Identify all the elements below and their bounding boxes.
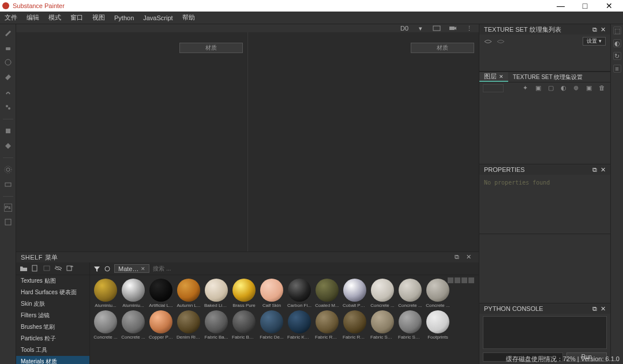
hide-icon[interactable] bbox=[54, 265, 62, 273]
blend-mode-slot[interactable] bbox=[483, 84, 504, 92]
camera-icon[interactable] bbox=[448, 24, 458, 32]
shelf-category[interactable]: Filters 滤镜 bbox=[16, 310, 89, 321]
export-icon[interactable] bbox=[66, 265, 74, 273]
wand-icon[interactable]: ✦ bbox=[523, 84, 531, 92]
visibility-all-icon[interactable] bbox=[484, 39, 492, 44]
menu-python[interactable]: Python bbox=[114, 14, 134, 21]
material-item[interactable]: Cobalt Pure bbox=[343, 279, 367, 308]
chip-close-icon[interactable]: ✕ bbox=[141, 266, 145, 272]
undock-icon[interactable]: ⧉ bbox=[592, 166, 597, 174]
material-item[interactable]: Copper Pure bbox=[149, 310, 173, 340]
history-icon[interactable]: ↻ bbox=[613, 52, 621, 60]
material-item[interactable]: Concrete ... bbox=[370, 279, 395, 308]
new-icon[interactable] bbox=[31, 265, 39, 273]
viewport-2d-label[interactable]: 材质 bbox=[411, 43, 474, 53]
folder-icon[interactable] bbox=[20, 265, 28, 273]
settings-icon[interactable] bbox=[3, 165, 13, 174]
material-item[interactable]: Fabric De... bbox=[260, 310, 284, 340]
viewport-3d-label[interactable]: 材质 bbox=[179, 43, 243, 53]
material-item[interactable]: Concrete ... bbox=[426, 279, 450, 308]
material-item[interactable]: Fabric Rou... bbox=[315, 310, 339, 340]
undock-icon[interactable]: ⧉ bbox=[592, 26, 597, 33]
material-item[interactable]: Carbon Fi... bbox=[287, 279, 312, 308]
material-item[interactable]: Fabric Suit... bbox=[398, 310, 422, 340]
shelf-search-input[interactable] bbox=[153, 265, 475, 272]
panel-close-icon[interactable]: ✕ bbox=[601, 26, 606, 33]
menu-file[interactable]: 文件 bbox=[5, 13, 17, 22]
maximize-button[interactable]: □ bbox=[573, 1, 596, 11]
viewport[interactable]: 材质 材质 bbox=[16, 32, 479, 252]
material-item[interactable]: Fabric Ba... bbox=[204, 310, 228, 340]
smudge-tool-icon[interactable] bbox=[3, 88, 13, 97]
add-effect-icon[interactable]: ⊕ bbox=[573, 84, 581, 92]
shelf-category[interactable]: Tools 工具 bbox=[16, 344, 89, 356]
shelf-category[interactable]: Hard Surfaces 硬表面 bbox=[16, 287, 89, 298]
menu-view[interactable]: 视图 bbox=[92, 13, 105, 22]
tab-texture-set-settings[interactable]: TEXTURE SET 纹理集设置 bbox=[508, 72, 588, 82]
filter-chip[interactable]: Mate…✕ bbox=[114, 264, 149, 273]
menu-edit[interactable]: 编辑 bbox=[27, 13, 39, 22]
quick-mask-icon[interactable] bbox=[3, 180, 13, 189]
material-item[interactable]: Footprints bbox=[426, 310, 450, 340]
camera-settings-icon[interactable]: ⬚ bbox=[613, 27, 621, 35]
refresh-icon[interactable] bbox=[104, 265, 111, 272]
delete-layer-icon[interactable]: 🗑 bbox=[599, 84, 607, 92]
more-icon[interactable]: ⋮ bbox=[464, 24, 474, 32]
material-item[interactable]: Fabric Soft... bbox=[370, 310, 395, 340]
environment-icon[interactable]: ◐ bbox=[613, 39, 621, 47]
projection-tool-icon[interactable] bbox=[3, 58, 13, 67]
material-item[interactable]: Fabric Bas... bbox=[232, 310, 256, 340]
material-item[interactable]: Aluminiu... bbox=[121, 279, 145, 308]
add-fill-layer-icon[interactable]: ▣ bbox=[535, 84, 543, 92]
d0-label[interactable]: D0 bbox=[399, 24, 410, 32]
eraser-tool-icon[interactable] bbox=[3, 43, 13, 52]
undock-icon[interactable]: ⧉ bbox=[455, 253, 463, 261]
menu-window[interactable]: 窗口 bbox=[70, 13, 83, 22]
panel-close-icon[interactable]: ✕ bbox=[601, 166, 606, 174]
shelf-category[interactable]: Materials 材质 bbox=[16, 356, 89, 364]
material-item[interactable]: Concrete ... bbox=[121, 310, 145, 340]
python-console-output[interactable] bbox=[483, 316, 607, 349]
close-button[interactable]: ✕ bbox=[598, 1, 621, 11]
material-item[interactable]: Autumn L... bbox=[177, 279, 201, 308]
shelf-category[interactable]: Particles 粒子 bbox=[16, 333, 89, 344]
material-item[interactable]: Denim Rivet bbox=[177, 310, 201, 340]
panel-close-icon[interactable]: ✕ bbox=[601, 305, 606, 313]
clone-tool-icon[interactable] bbox=[3, 103, 13, 112]
polygon-fill-icon[interactable] bbox=[3, 141, 13, 151]
visibility-one-icon[interactable] bbox=[497, 39, 505, 44]
material-item[interactable]: Coated M... bbox=[315, 279, 339, 308]
iray-icon[interactable] bbox=[3, 217, 13, 227]
view-toggle[interactable] bbox=[448, 277, 474, 283]
perspective-icon[interactable] bbox=[431, 24, 442, 32]
material-item[interactable]: Fabric Rou... bbox=[343, 310, 367, 340]
tab-close-icon[interactable]: ✕ bbox=[499, 74, 504, 80]
ps-export-icon[interactable]: Ps bbox=[4, 204, 12, 212]
menu-mode[interactable]: 模式 bbox=[48, 13, 61, 22]
add-paint-layer-icon[interactable]: ▢ bbox=[548, 84, 556, 92]
material-item[interactable]: Artificial L... bbox=[149, 279, 173, 308]
shelf-category[interactable]: Skin 皮肤 bbox=[16, 298, 89, 310]
menu-help[interactable]: 帮助 bbox=[182, 13, 195, 22]
paint-tool-icon[interactable] bbox=[3, 28, 13, 37]
filter-icon[interactable] bbox=[93, 265, 100, 272]
shelf-category[interactable]: Brushes 笔刷 bbox=[16, 321, 89, 333]
material-item[interactable]: Fabric Knit... bbox=[287, 310, 312, 340]
log-icon[interactable]: ≡ bbox=[613, 65, 621, 73]
material-item[interactable]: Concrete ... bbox=[398, 279, 422, 308]
tab-layers[interactable]: 图层✕ bbox=[479, 72, 508, 82]
material-picker-icon[interactable] bbox=[3, 126, 13, 136]
material-item[interactable]: Brass Pure bbox=[232, 279, 256, 308]
folder-icon[interactable]: ▣ bbox=[586, 84, 594, 92]
add-mask-icon[interactable]: ◐ bbox=[561, 84, 569, 92]
material-item[interactable]: Concrete ... bbox=[93, 310, 118, 340]
undock-icon[interactable]: ⧉ bbox=[592, 305, 597, 313]
settings-dropdown[interactable]: 设置 ▾ bbox=[583, 37, 606, 46]
material-item[interactable]: Aluminiu... bbox=[93, 279, 118, 308]
display-mode-icon[interactable]: ▾ bbox=[415, 24, 426, 32]
menu-javascript[interactable]: JavaScript bbox=[143, 14, 172, 21]
fill-tool-icon[interactable] bbox=[3, 73, 13, 82]
minimize-button[interactable]: — bbox=[549, 1, 572, 11]
save-icon[interactable] bbox=[43, 265, 51, 273]
shelf-category[interactable]: Textures 贴图 bbox=[16, 275, 89, 287]
